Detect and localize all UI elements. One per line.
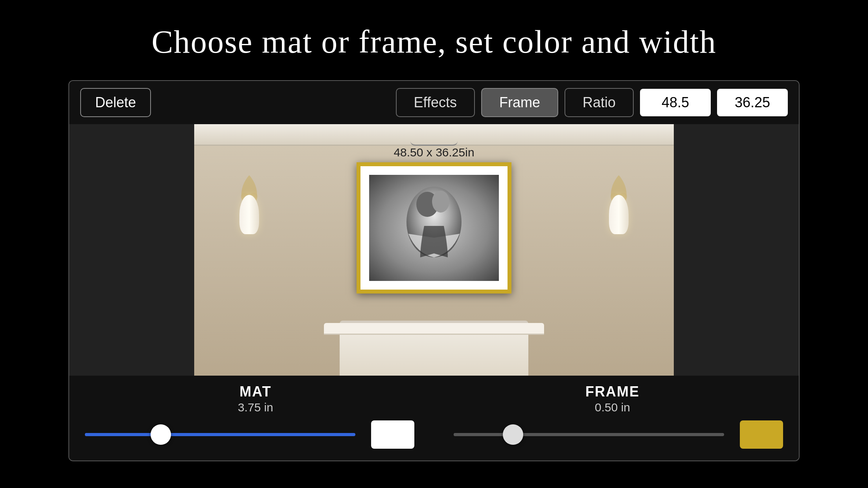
sconce-lamp-right [609,195,629,234]
frame-outer [357,162,511,294]
photo-svg [369,175,499,281]
ratio-tab[interactable]: Ratio [565,88,634,117]
frame-value: 0.50 in [595,401,630,414]
frame-label-group: FRAME 0.50 in [426,383,783,414]
photo-display [369,175,499,281]
width-input[interactable] [640,89,711,116]
mat-color-swatch[interactable] [371,420,414,449]
mantle-shelf [324,323,544,335]
frame-label: FRAME [585,383,640,400]
mat-inner [366,172,502,284]
toolbar: Delete Effects Frame Ratio [69,81,799,124]
mat-label: MAT [239,383,271,400]
frame-slider-group [438,420,783,449]
mat-slider-group [85,420,414,449]
svg-point-5 [432,191,449,213]
canvas-area: 48.50 x 36.25in [69,124,799,376]
fireplace-mantle [340,321,528,376]
delete-button[interactable]: Delete [80,88,151,117]
mat-slider-fill [85,433,161,436]
labels-row: MAT 3.75 in FRAME 0.50 in [85,383,783,416]
frame-wire [410,141,458,146]
effects-tab[interactable]: Effects [396,88,475,117]
room-background: 48.50 x 36.25in [194,124,674,376]
mat-slider-thumb[interactable] [151,424,171,445]
mat-value: 3.75 in [238,401,273,414]
sliders-row [85,420,783,449]
sconce-right [599,171,638,258]
page-title: Choose mat or frame, set color and width [151,24,716,61]
frame-slider-thumb[interactable] [503,424,523,445]
mat-slider-container[interactable] [85,423,355,446]
frame-tab[interactable]: Frame [481,88,558,117]
height-input[interactable] [717,89,788,116]
size-label: 48.50 x 36.25in [394,146,474,159]
sconce-left [230,171,269,258]
mat-label-group: MAT 3.75 in [85,383,426,414]
frame-slider-container[interactable] [454,423,724,446]
controls-area: MAT 3.75 in FRAME 0.50 in [69,376,799,460]
sconce-lamp-left [239,195,259,234]
main-panel: Delete Effects Frame Ratio [68,80,800,461]
picture-wrapper: 48.50 x 36.25in [357,146,511,294]
frame-color-swatch[interactable] [740,420,783,449]
